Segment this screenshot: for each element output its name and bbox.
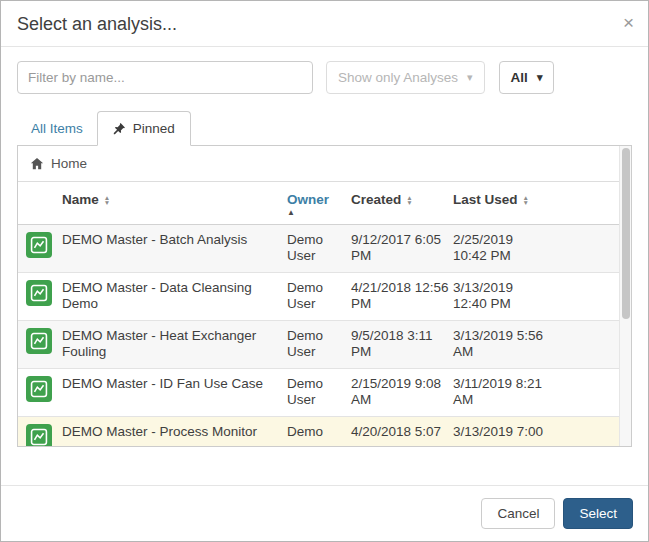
select-analysis-modal: Select an analysis... × Show only Analys… (0, 0, 649, 542)
type-filter-dropdown[interactable]: Show only Analyses ▾ (326, 61, 485, 94)
tab-all-items[interactable]: All Items (17, 112, 97, 145)
modal-header: Select an analysis... × (1, 1, 648, 47)
analysis-icon (26, 328, 52, 354)
row-owner: Demo User (287, 280, 351, 313)
tab-pinned-label: Pinned (133, 121, 175, 136)
row-name: DEMO Master - Data Cleansing Demo (62, 280, 287, 313)
pin-icon (113, 122, 126, 135)
row-owner: Demo User (287, 376, 351, 409)
analysis-icon (26, 424, 52, 446)
items-panel-content: Home Name ▲▼ Owner ▲ (18, 146, 619, 446)
analysis-row[interactable]: DEMO Master - Data Cleansing Demo Demo U… (18, 273, 619, 321)
row-last-used: 3/13/2019 12:40 PM (453, 280, 551, 313)
row-created: 9/5/2018 3:11 PM (351, 328, 453, 361)
row-created: 2/15/2019 9:08 AM (351, 376, 453, 409)
sort-ascending-icon: ▲ (287, 209, 295, 217)
scrollbar-thumb[interactable] (622, 148, 630, 319)
sort-icon: ▲▼ (104, 195, 110, 205)
tabs: All Items Pinned (17, 111, 632, 145)
caret-down-icon: ▾ (467, 72, 473, 83)
table-header: Name ▲▼ Owner ▲ Created ▲▼ (18, 182, 619, 225)
row-last-used: 3/13/2019 5:56 AM (453, 328, 551, 361)
sort-by-owner-header[interactable]: Owner ▲ (287, 192, 329, 217)
name-header-label: Name (62, 192, 99, 207)
modal-title: Select an analysis... (17, 14, 177, 34)
modal-footer: Cancel Select (1, 485, 648, 542)
row-owner: Demo User (287, 328, 351, 361)
caret-down-icon: ▾ (537, 72, 543, 83)
analysis-row[interactable]: DEMO Master - Process Monitor Demo 4/20/… (18, 417, 619, 446)
analysis-icon (26, 376, 52, 402)
row-created: 4/20/2018 5:07 (351, 424, 453, 440)
breadcrumb-home[interactable]: Home (18, 146, 619, 182)
sort-icon: ▲▼ (406, 195, 412, 205)
row-last-used: 3/13/2019 7:00 (453, 424, 551, 440)
sort-by-last-used-header[interactable]: Last Used ▲▼ (453, 192, 529, 207)
breadcrumb-home-label: Home (51, 156, 87, 171)
tab-pinned[interactable]: Pinned (97, 111, 191, 146)
select-button[interactable]: Select (563, 498, 633, 530)
scope-filter-dropdown[interactable]: All ▾ (499, 61, 555, 94)
analysis-icon (26, 232, 52, 258)
filter-row: Show only Analyses ▾ All ▾ (17, 61, 632, 94)
close-button[interactable]: × (619, 9, 638, 36)
close-icon: × (623, 12, 634, 33)
row-owner: Demo User (287, 232, 351, 265)
cancel-button[interactable]: Cancel (481, 498, 555, 530)
sort-by-created-header[interactable]: Created ▲▼ (351, 192, 413, 207)
row-last-used: 3/11/2019 8:21 AM (453, 376, 551, 409)
scrollbar[interactable] (619, 146, 631, 446)
row-name: DEMO Master - Process Monitor (62, 424, 287, 440)
analysis-row[interactable]: DEMO Master - Batch Analysis Demo User 9… (18, 225, 619, 273)
owner-header-label: Owner (287, 192, 329, 207)
type-filter-label: Show only Analyses (338, 70, 458, 85)
sort-by-name-header[interactable]: Name ▲▼ (62, 192, 110, 207)
row-created: 4/21/2018 12:56 PM (351, 280, 453, 313)
analysis-row[interactable]: DEMO Master - ID Fan Use Case Demo User … (18, 369, 619, 417)
row-name: DEMO Master - ID Fan Use Case (62, 376, 287, 392)
filter-by-name-input[interactable] (17, 61, 313, 94)
row-last-used: 2/25/2019 10:42 PM (453, 232, 551, 265)
sort-icon: ▲▼ (523, 195, 529, 205)
analysis-row[interactable]: DEMO Master - Heat Exchanger Fouling Dem… (18, 321, 619, 369)
row-name: DEMO Master - Heat Exchanger Fouling (62, 328, 287, 361)
row-name: DEMO Master - Batch Analysis (62, 232, 287, 248)
modal-body: Show only Analyses ▾ All ▾ All Items Pin… (1, 47, 648, 485)
scope-filter-label: All (511, 70, 528, 85)
home-icon (30, 157, 44, 171)
last-used-header-label: Last Used (453, 192, 518, 207)
row-created: 9/12/2017 6:05 PM (351, 232, 453, 265)
row-owner: Demo (287, 424, 351, 440)
items-panel: Home Name ▲▼ Owner ▲ (17, 145, 632, 447)
created-header-label: Created (351, 192, 401, 207)
analysis-icon (26, 280, 52, 306)
